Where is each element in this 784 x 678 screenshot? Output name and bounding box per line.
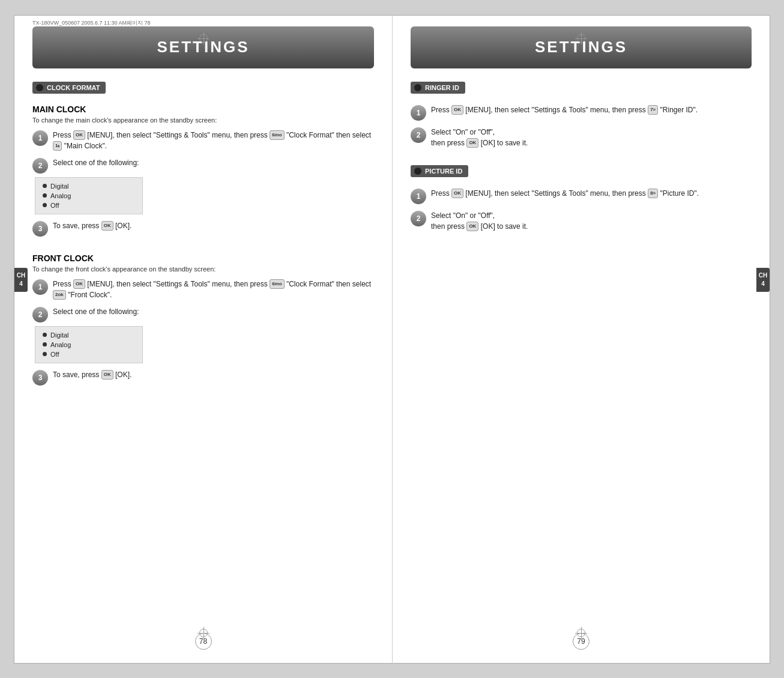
main-clock-title: MAIN CLOCK bbox=[32, 104, 392, 114]
ok-btn-pic1: OK bbox=[451, 189, 463, 198]
front-step3-text: To save, press OK [OK]. bbox=[53, 369, 374, 380]
picture-step2-text: Select "On" or "Off",then press OK [OK] … bbox=[431, 210, 752, 232]
ok-btn-pic2: OK bbox=[466, 222, 478, 231]
front-step1-text: Press OK [MENU], then select "Settings &… bbox=[53, 279, 374, 300]
step3-circle: 3 bbox=[32, 221, 48, 237]
main-clock-options: Digital Analog Off bbox=[35, 177, 143, 214]
front-clock-title: FRONT CLOCK bbox=[32, 253, 392, 263]
ok-btn-icon4: OK bbox=[101, 370, 113, 380]
ringer-step1-text: Press OK [MENU], then select "Settings &… bbox=[431, 104, 752, 115]
picture-section-dot bbox=[414, 168, 421, 175]
front-clock-step1: 1 Press OK [MENU], then select "Settings… bbox=[32, 279, 374, 300]
ringer-step2: 2 Select "On" or "Off",then press OK [OK… bbox=[411, 127, 752, 148]
12-btn-icon: 1₂ bbox=[53, 141, 62, 151]
meta-text: TX-180VW_050607 2005.6.7 11:30 AM페이지 78 bbox=[32, 19, 151, 27]
6mo-btn-icon2: 6mo bbox=[270, 279, 284, 289]
8-btn-icon: 8> bbox=[648, 189, 658, 198]
clock-format-label: CLOCK FORMAT bbox=[32, 82, 106, 94]
front-clock-options: Digital Analog Off bbox=[35, 326, 143, 363]
front-clock-desc: To change the front clock's appearance o… bbox=[32, 265, 374, 273]
ringer-id-label: RINGER ID bbox=[411, 82, 465, 94]
front-clock-step2: 2 Select one of the following: bbox=[32, 306, 374, 322]
picture-step1-text: Press OK [MENU], then select "Settings &… bbox=[431, 188, 752, 199]
ch4-tab-right: CH4 bbox=[756, 268, 770, 292]
2ok-btn-icon: 2ok bbox=[53, 290, 66, 300]
step1-circle: 1 bbox=[32, 130, 48, 146]
ok-btn-ringer1: OK bbox=[451, 105, 463, 115]
main-clock-step1: 1 Press OK [MENU], then select "Settings… bbox=[32, 130, 374, 151]
opt-bullet2 bbox=[43, 333, 47, 337]
page-number-left: 78 bbox=[195, 633, 212, 650]
step3-text: To save, press OK [OK]. bbox=[53, 220, 374, 231]
left-page: TX-180VW_050607 2005.6.7 11:30 AM페이지 78 … bbox=[14, 15, 392, 664]
front-step2-text: Select one of the following: bbox=[53, 306, 374, 317]
ch4-tab-left: CH4 bbox=[14, 268, 28, 292]
picture-step1-circle: 1 bbox=[411, 189, 426, 204]
step2-text: Select one of the following: bbox=[53, 157, 374, 168]
reg-mark-top-right bbox=[575, 32, 587, 44]
step1-text: Press OK [MENU], then select "Settings &… bbox=[53, 130, 374, 151]
front-step1-circle: 1 bbox=[32, 279, 48, 295]
opt-bullet bbox=[43, 203, 47, 207]
picture-step2-circle: 2 bbox=[411, 211, 426, 226]
main-clock-step2: 2 Select one of the following: bbox=[32, 157, 374, 174]
opt-bullet2 bbox=[43, 342, 47, 347]
opt-bullet2 bbox=[43, 352, 47, 356]
ringer-section-dot bbox=[414, 84, 421, 91]
6mo-btn-icon: 6mo bbox=[270, 130, 284, 140]
ok-btn-icon3: OK bbox=[73, 279, 85, 289]
ringer-step1: 1 Press OK [MENU], then select "Settings… bbox=[411, 104, 752, 121]
picture-id-label: PICTURE ID bbox=[411, 165, 468, 177]
front-clock-step3: 3 To save, press OK [OK]. bbox=[32, 369, 374, 386]
picture-step1: 1 Press OK [MENU], then select "Settings… bbox=[411, 188, 752, 204]
step2-circle: 2 bbox=[32, 158, 48, 174]
reg-mark-top bbox=[198, 32, 210, 44]
main-clock-desc: To change the main clock's appearance on… bbox=[32, 117, 374, 124]
main-clock-step3: 3 To save, press OK [OK]. bbox=[32, 220, 374, 237]
front-step2-circle: 2 bbox=[32, 307, 48, 322]
ringer-step2-circle: 2 bbox=[411, 127, 426, 143]
page-number-right: 79 bbox=[573, 633, 590, 650]
7-btn-icon: 7> bbox=[648, 105, 658, 115]
opt-bullet bbox=[43, 184, 47, 188]
opt-bullet bbox=[43, 193, 47, 198]
ringer-step2-text: Select "On" or "Off",then press OK [OK] … bbox=[431, 127, 752, 148]
ok-btn-icon2: OK bbox=[101, 221, 113, 231]
section-dot bbox=[36, 84, 43, 91]
ringer-step1-circle: 1 bbox=[411, 105, 426, 121]
right-page: SETTINGS RINGER ID 1 Press OK [MENU], th… bbox=[392, 15, 770, 664]
picture-step2: 2 Select "On" or "Off",then press OK [OK… bbox=[411, 210, 752, 232]
ok-btn-icon: OK bbox=[73, 130, 85, 140]
ok-btn-ringer2: OK bbox=[466, 138, 478, 148]
front-step3-circle: 3 bbox=[32, 370, 48, 386]
